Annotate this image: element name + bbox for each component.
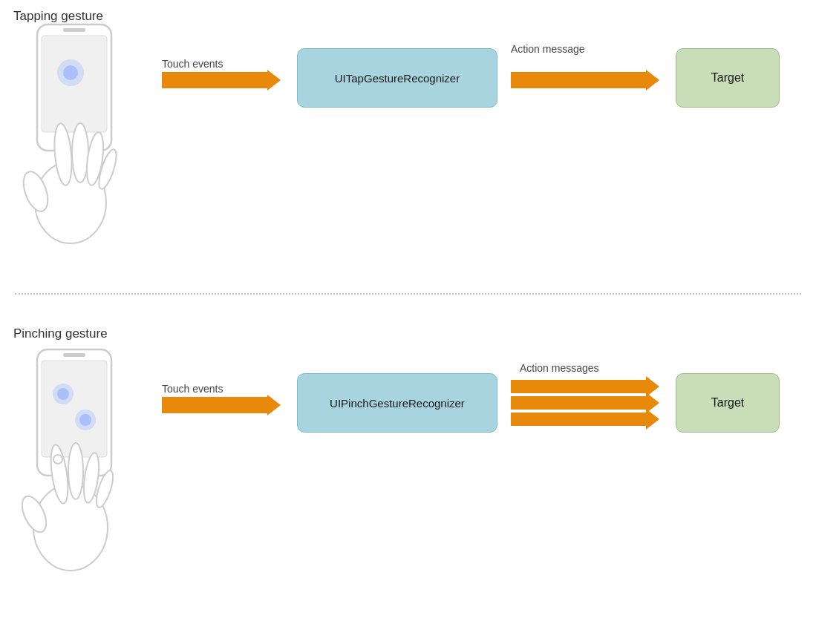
svg-rect-2 [63,28,85,32]
tapping-phone-illustration [15,21,148,251]
bottom-action-arrow-middle [511,396,659,410]
top-action-arrow [511,72,659,88]
top-target-label: Target [711,71,744,85]
svg-point-17 [57,388,69,400]
top-target-box: Target [676,48,780,108]
bottom-action-messages-label: Action messages [520,362,599,374]
svg-point-9 [72,123,88,183]
section-divider [15,293,801,295]
pinch-recognizer-label: UIPinchGestureRecognizer [330,397,465,410]
tapping-gesture-section: Tapping gesture Touch events [0,0,816,289]
bottom-action-arrow-bottom [511,413,659,426]
bottom-target-label: Target [711,396,744,410]
bottom-touch-events-label: Touch events [162,383,223,395]
top-touch-arrow [162,72,281,88]
bottom-target-box: Target [676,373,780,433]
pinching-phone-illustration [15,346,148,576]
svg-rect-13 [42,361,107,457]
svg-point-26 [53,455,62,464]
svg-rect-14 [63,353,85,357]
pinch-recognizer-box: UIPinchGestureRecognizer [297,373,497,433]
pinching-gesture-section: Pinching gesture [0,319,816,644]
svg-point-19 [79,414,91,426]
top-action-message-label: Action message [511,43,585,55]
tap-recognizer-label: UITapGestureRecognizer [335,72,460,85]
svg-point-5 [63,65,78,80]
pinching-gesture-title: Pinching gesture [13,326,108,341]
top-touch-events-label: Touch events [162,58,223,70]
svg-point-23 [68,443,83,499]
bottom-touch-arrow [162,397,281,413]
bottom-action-arrow-top [511,380,659,393]
tap-recognizer-box: UITapGestureRecognizer [297,48,497,108]
